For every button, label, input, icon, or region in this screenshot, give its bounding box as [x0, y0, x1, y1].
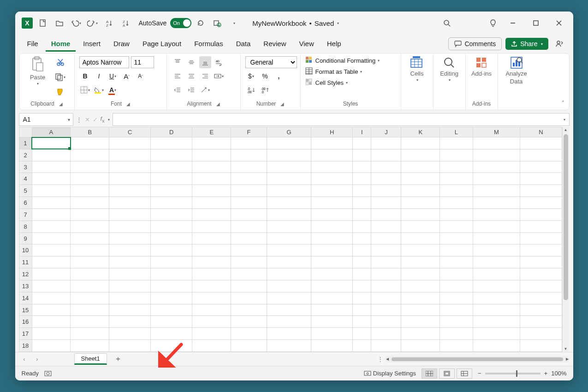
cell-K2[interactable] — [401, 149, 440, 161]
col-header-N[interactable]: N — [520, 127, 562, 137]
cell-J8[interactable] — [371, 220, 401, 232]
cell-H7[interactable] — [311, 208, 353, 220]
cell-A10[interactable] — [32, 244, 71, 256]
more-icon[interactable]: ⋮ — [377, 356, 383, 362]
cell-K18[interactable] — [401, 340, 440, 352]
tab-page-layout[interactable]: Page Layout — [137, 36, 187, 52]
scroll-left-icon[interactable]: ◀ — [386, 357, 389, 361]
tab-data[interactable]: Data — [231, 36, 256, 52]
cell-F5[interactable] — [231, 185, 267, 197]
shrink-font-icon[interactable]: Aˇ — [135, 70, 147, 82]
cell-A6[interactable] — [32, 197, 71, 209]
cell-C18[interactable] — [109, 340, 151, 352]
cell-J16[interactable] — [371, 316, 401, 328]
cell-M7[interactable] — [473, 208, 520, 220]
cell-F10[interactable] — [231, 244, 267, 256]
cell-K11[interactable] — [401, 256, 440, 268]
cell-C1[interactable] — [109, 137, 151, 149]
cell-E4[interactable] — [192, 173, 231, 185]
maximize-button[interactable] — [525, 16, 546, 30]
user-share-icon[interactable] — [552, 36, 567, 51]
collapse-ribbon-icon[interactable]: ˄ — [562, 100, 564, 106]
cell-B15[interactable] — [71, 304, 109, 316]
decrease-decimal-icon[interactable]: .00.0 — [259, 84, 271, 96]
qat-more-icon[interactable]: ▾ — [226, 16, 241, 30]
cell-D17[interactable] — [151, 328, 192, 340]
percent-icon[interactable]: % — [259, 70, 271, 82]
cell-K8[interactable] — [401, 220, 440, 232]
cell-K14[interactable] — [401, 292, 440, 304]
cell-A18[interactable] — [32, 340, 71, 352]
zoom-out-button[interactable]: − — [478, 370, 481, 377]
tab-file[interactable]: File — [22, 36, 44, 52]
cell-B7[interactable] — [71, 208, 109, 220]
cell-L11[interactable] — [440, 256, 473, 268]
scroll-thumb[interactable] — [564, 134, 568, 300]
cell-L2[interactable] — [440, 149, 473, 161]
select-all-corner[interactable] — [19, 127, 32, 137]
cell-K6[interactable] — [401, 197, 440, 209]
cell-L10[interactable] — [440, 244, 473, 256]
cell-N9[interactable] — [520, 232, 562, 244]
minimize-button[interactable] — [502, 16, 523, 30]
cell-M12[interactable] — [473, 268, 520, 280]
cell-J5[interactable] — [371, 185, 401, 197]
cell-M4[interactable] — [473, 173, 520, 185]
cell-F15[interactable] — [231, 304, 267, 316]
cell-I11[interactable] — [353, 256, 371, 268]
format-as-table-button[interactable]: Format as Table▾ — [305, 67, 380, 76]
col-header-K[interactable]: K — [401, 127, 440, 137]
close-button[interactable] — [548, 16, 570, 30]
cell-I1[interactable] — [353, 137, 371, 149]
col-header-F[interactable]: F — [231, 127, 267, 137]
cell-E18[interactable] — [192, 340, 231, 352]
row-header-3[interactable]: 3 — [19, 161, 32, 173]
cell-M9[interactable] — [473, 232, 520, 244]
horizontal-scrollbar[interactable]: ◀ ▶ — [385, 356, 570, 362]
cell-L18[interactable] — [440, 340, 473, 352]
cell-K10[interactable] — [401, 244, 440, 256]
cell-E11[interactable] — [192, 256, 231, 268]
cell-H10[interactable] — [311, 244, 353, 256]
sheet-tab-active[interactable]: Sheet1 — [74, 353, 107, 365]
cell-N12[interactable] — [520, 268, 562, 280]
cell-I9[interactable] — [353, 232, 371, 244]
row-header-18[interactable]: 18 — [19, 340, 32, 352]
cell-I2[interactable] — [353, 149, 371, 161]
cell-M14[interactable] — [473, 292, 520, 304]
expand-formula-icon[interactable]: ▾ — [564, 118, 565, 122]
align-left-icon[interactable] — [172, 70, 184, 82]
cell-C15[interactable] — [109, 304, 151, 316]
row-header-5[interactable]: 5 — [19, 185, 32, 197]
cell-I10[interactable] — [353, 244, 371, 256]
cell-M16[interactable] — [473, 316, 520, 328]
cell-E13[interactable] — [192, 280, 231, 292]
sort-asc-icon[interactable]: AZ — [102, 16, 117, 30]
cell-D15[interactable] — [151, 304, 192, 316]
cell-M3[interactable] — [473, 161, 520, 173]
scroll-thumb[interactable] — [392, 357, 563, 361]
cell-C12[interactable] — [109, 268, 151, 280]
analyze-data-button[interactable]: Analyze Data — [503, 56, 530, 85]
cell-E1[interactable] — [192, 137, 231, 149]
cell-C3[interactable] — [109, 161, 151, 173]
refresh-icon[interactable] — [193, 16, 208, 30]
cell-J18[interactable] — [371, 340, 401, 352]
cell-H9[interactable] — [311, 232, 353, 244]
cell-L3[interactable] — [440, 161, 473, 173]
enter-icon[interactable]: ✓ — [93, 116, 98, 123]
cell-E9[interactable] — [192, 232, 231, 244]
cell-E3[interactable] — [192, 161, 231, 173]
cell-J15[interactable] — [371, 304, 401, 316]
cell-J7[interactable] — [371, 208, 401, 220]
decrease-indent-icon[interactable] — [172, 84, 184, 96]
cell-F17[interactable] — [231, 328, 267, 340]
cell-D18[interactable] — [151, 340, 192, 352]
row-header-9[interactable]: 9 — [19, 232, 32, 244]
tab-draw[interactable]: Draw — [108, 36, 135, 52]
redo-icon[interactable]: ▾ — [85, 16, 100, 30]
cell-M10[interactable] — [473, 244, 520, 256]
cell-F18[interactable] — [231, 340, 267, 352]
cell-L8[interactable] — [440, 220, 473, 232]
format-painter-icon[interactable] — [54, 86, 66, 98]
